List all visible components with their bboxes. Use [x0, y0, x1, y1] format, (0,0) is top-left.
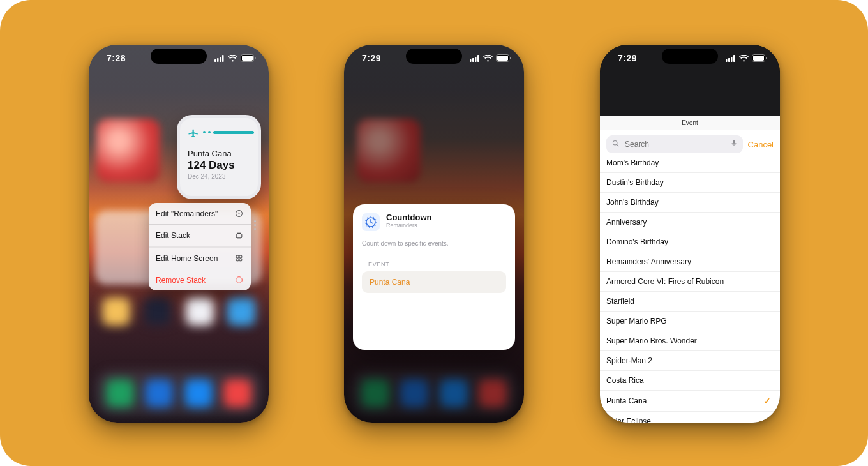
blurred-widget-red: [96, 119, 160, 183]
svg-rect-24: [510, 57, 511, 59]
progress-dots: [203, 131, 254, 134]
sheet-title: Countdown: [386, 213, 431, 222]
svg-rect-19: [472, 58, 474, 62]
event-row-label: Remainders' Anniversary: [606, 257, 691, 266]
info-icon: [234, 209, 244, 218]
event-titlebar: Event: [600, 116, 780, 130]
mic-icon[interactable]: [730, 139, 738, 150]
event-row-label: Super Mario RPG: [606, 317, 667, 326]
event-row[interactable]: Spider-Man 2: [600, 351, 780, 371]
apps-icon: [234, 253, 244, 263]
event-row[interactable]: John's Birthday: [600, 193, 780, 213]
svg-rect-13: [239, 255, 242, 258]
svg-rect-21: [477, 55, 479, 62]
check-icon: ✓: [763, 396, 771, 406]
event-row[interactable]: Dustin's Birthday: [600, 173, 780, 193]
svg-rect-15: [239, 259, 242, 261]
status-icons: [470, 54, 511, 62]
svg-rect-32: [753, 56, 764, 61]
svg-rect-27: [726, 59, 728, 62]
event-row[interactable]: Super Mario Bros. Wonder: [600, 331, 780, 351]
event-selector[interactable]: Punta Cana: [362, 271, 506, 293]
dynamic-island: [406, 49, 462, 64]
status-time: 7:29: [362, 53, 381, 63]
svg-rect-20: [475, 57, 477, 62]
event-row[interactable]: Remainders' Anniversary: [600, 252, 780, 272]
status-icons: [726, 54, 767, 62]
svg-rect-29: [731, 57, 733, 62]
event-row[interactable]: Solar Eclipse: [600, 412, 780, 423]
widget-date: Dec 24, 2023: [188, 173, 254, 180]
svg-rect-5: [242, 56, 253, 61]
status-time: 7:28: [107, 53, 126, 63]
menu-remove-stack-label: Remove Stack: [156, 276, 206, 285]
svg-rect-1: [217, 58, 219, 62]
event-row[interactable]: Domino's Birthday: [600, 232, 780, 252]
search-icon: [611, 139, 620, 150]
remove-icon: [234, 275, 244, 285]
stack-icon: [234, 230, 244, 240]
event-row-label: Super Mario Bros. Wonder: [606, 336, 697, 345]
svg-line-35: [617, 144, 618, 146]
event-row-label: Punta Cana: [606, 396, 647, 405]
svg-rect-8: [239, 213, 239, 215]
menu-edit-stack[interactable]: Edit Stack: [149, 224, 251, 246]
menu-remove-stack[interactable]: Remove Stack: [149, 269, 251, 290]
battery-icon: [752, 54, 767, 62]
plane-icon: [188, 126, 199, 138]
widget-destination: Punta Cana: [188, 149, 254, 158]
search-field[interactable]: [606, 135, 743, 153]
phone-1: 7:28 Punta Cana 124 Days Dec 24, 2023: [89, 45, 269, 423]
status-icons: [214, 54, 256, 62]
svg-rect-17: [237, 280, 241, 280]
svg-point-9: [239, 212, 239, 213]
context-menu: Edit "Remainders" Edit Stack Edit Home S…: [149, 203, 251, 290]
cancel-button[interactable]: Cancel: [748, 140, 774, 149]
event-row[interactable]: Punta Cana✓: [600, 391, 780, 412]
svg-rect-23: [497, 56, 508, 61]
event-row[interactable]: Mom's Birthday: [600, 153, 780, 173]
event-row-label: Domino's Birthday: [606, 237, 668, 246]
event-row[interactable]: Costa Rica: [600, 371, 780, 391]
event-row-label: Dustin's Birthday: [606, 178, 664, 187]
battery-icon: [241, 54, 256, 62]
dynamic-island: [662, 49, 718, 64]
dynamic-island: [151, 49, 207, 64]
svg-rect-12: [236, 255, 239, 258]
event-row[interactable]: Super Mario RPG: [600, 312, 780, 331]
cellular-icon: [726, 55, 736, 62]
stage: 7:28 Punta Cana 124 Days Dec 24, 2023: [0, 0, 868, 466]
dock: [95, 370, 262, 416]
event-row-label: Spider-Man 2: [606, 356, 652, 365]
event-panel-title: Event: [682, 119, 698, 126]
event-row-label: Solar Eclipse: [606, 417, 651, 423]
event-row[interactable]: Anniversary: [600, 213, 780, 232]
event-row-label: Costa Rica: [606, 376, 644, 385]
svg-rect-0: [214, 59, 216, 62]
event-field-label: EVENT: [368, 261, 506, 267]
svg-rect-36: [733, 140, 735, 144]
widget-countdown: 124 Days: [188, 159, 254, 172]
menu-edit-stack-label: Edit Stack: [156, 231, 190, 240]
event-row-label: John's Birthday: [606, 198, 659, 207]
event-row[interactable]: Armored Core VI: Fires of Rubicon: [600, 272, 780, 292]
sheet-description: Count down to specific events.: [362, 240, 506, 247]
event-row[interactable]: Starfield: [600, 292, 780, 312]
svg-rect-28: [728, 58, 730, 62]
phone-3: 7:29 Event Cancel Mom's BirthdayDustin's…: [600, 45, 780, 423]
event-row-label: Mom's Birthday: [606, 158, 659, 167]
event-list[interactable]: Mom's BirthdayDustin's BirthdayJohn's Bi…: [600, 153, 780, 423]
svg-rect-33: [766, 57, 767, 59]
countdown-widget[interactable]: Punta Cana 124 Days Dec 24, 2023: [177, 115, 261, 199]
home-app-row: [89, 297, 269, 326]
svg-point-34: [613, 140, 617, 145]
search-input[interactable]: [625, 140, 725, 149]
svg-rect-2: [220, 57, 221, 62]
menu-edit-home-label: Edit Home Screen: [156, 254, 218, 263]
wifi-icon: [228, 55, 237, 62]
countdown-app-icon: [362, 213, 380, 231]
menu-edit-app[interactable]: Edit "Remainders": [149, 203, 251, 224]
widget-config-sheet: Countdown Remainders Count down to speci…: [353, 204, 515, 350]
menu-edit-home[interactable]: Edit Home Screen: [149, 246, 251, 269]
svg-rect-30: [733, 55, 735, 62]
